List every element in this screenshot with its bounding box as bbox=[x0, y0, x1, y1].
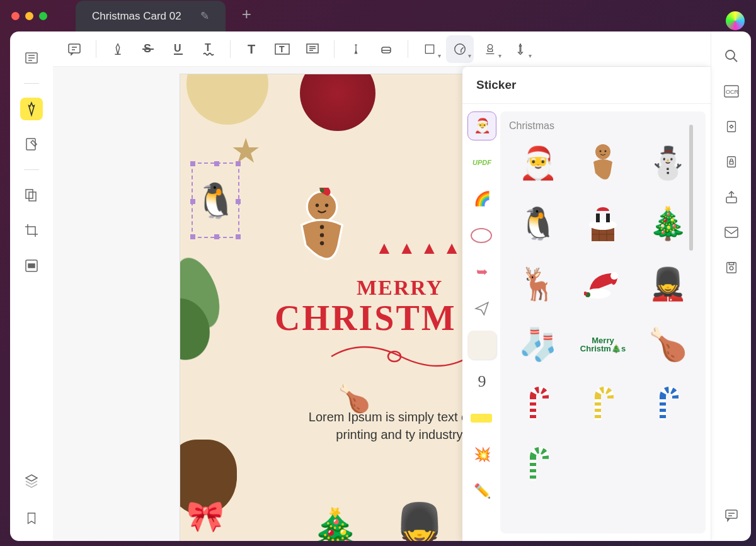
sticker-gingerbread[interactable] bbox=[574, 139, 633, 187]
sticker-candy-cane-red[interactable] bbox=[509, 381, 568, 429]
rename-tab-icon[interactable]: ✎ bbox=[200, 9, 209, 23]
user-avatar[interactable] bbox=[726, 11, 745, 30]
svg-rect-42 bbox=[726, 263, 736, 273]
comments-panel-button[interactable] bbox=[721, 504, 742, 526]
svg-point-43 bbox=[730, 266, 733, 270]
category-paper-plane[interactable] bbox=[467, 294, 496, 323]
close-window-icon[interactable] bbox=[11, 12, 20, 20]
resize-handle[interactable] bbox=[190, 234, 195, 239]
stamp-dropdown[interactable] bbox=[476, 35, 504, 63]
sticker-chimney[interactable] bbox=[574, 200, 633, 247]
sticker-category-title: Christmas bbox=[509, 120, 697, 132]
svg-rect-45 bbox=[726, 510, 737, 518]
sticker-reindeer[interactable]: 🦌 bbox=[509, 260, 568, 308]
svg-text:T: T bbox=[205, 42, 211, 53]
save-button[interactable] bbox=[721, 257, 742, 278]
right-sidebar: OCR bbox=[711, 31, 751, 541]
sticker-grid-area: Christmas 🎅 ⛄ 🐧 🎄 🦌 💂 🧦 MerryChristm🎄s bbox=[500, 111, 706, 533]
resize-handle[interactable] bbox=[236, 161, 241, 166]
leaves-decoration bbox=[180, 240, 265, 406]
text-callout-button[interactable] bbox=[299, 35, 326, 63]
maximize-window-icon[interactable] bbox=[39, 12, 47, 20]
svg-point-21 bbox=[325, 203, 328, 207]
svg-point-27 bbox=[604, 151, 606, 152]
category-arrow[interactable]: ➥ bbox=[467, 258, 496, 287]
svg-rect-41 bbox=[725, 227, 738, 237]
svg-point-18 bbox=[307, 191, 336, 221]
category-christmas[interactable]: 🎅 bbox=[467, 111, 496, 140]
ocr-button[interactable]: OCR bbox=[721, 81, 742, 102]
category-numbers[interactable]: 9 bbox=[467, 367, 496, 396]
sticker-candy-cane-yellow[interactable] bbox=[574, 381, 633, 429]
heading-christmas: CHRISTM bbox=[275, 298, 457, 338]
category-oval[interactable] bbox=[471, 228, 492, 243]
sticker-stocking[interactable]: 🧦 bbox=[509, 321, 568, 368]
eraser-button[interactable] bbox=[372, 35, 400, 63]
resize-handle[interactable] bbox=[214, 161, 219, 166]
sticker-dropdown[interactable] bbox=[446, 35, 474, 63]
category-highlight[interactable] bbox=[471, 414, 492, 423]
gingerbread-sticker[interactable] bbox=[287, 188, 357, 276]
left-sidebar bbox=[10, 31, 53, 541]
rectangle-dropdown[interactable] bbox=[416, 35, 444, 63]
sticker-nutcracker[interactable]: 💂 bbox=[638, 260, 697, 308]
protect-button[interactable] bbox=[721, 151, 742, 173]
convert-button[interactable] bbox=[721, 116, 742, 137]
new-tab-button[interactable]: + bbox=[231, 0, 263, 31]
svg-text:T: T bbox=[279, 44, 285, 54]
crop-button[interactable] bbox=[20, 219, 43, 242]
selected-penguin-sticker[interactable]: 🐧 bbox=[192, 162, 239, 238]
reader-mode-button[interactable] bbox=[20, 47, 43, 69]
redact-button[interactable] bbox=[20, 254, 43, 277]
resize-handle[interactable] bbox=[190, 161, 195, 166]
sticker-snowman[interactable]: ⛄ bbox=[638, 139, 697, 187]
sticker-merry-christmas[interactable]: MerryChristm🎄s bbox=[574, 321, 633, 368]
scrollbar[interactable] bbox=[689, 125, 693, 251]
share-button[interactable] bbox=[721, 186, 742, 208]
strikethrough-button[interactable]: S bbox=[134, 35, 162, 63]
category-rainbow[interactable]: 🌈 bbox=[467, 185, 496, 213]
sticker-tree[interactable]: 🎄 bbox=[638, 200, 697, 247]
sticker-candy-cane-green[interactable] bbox=[509, 441, 568, 489]
highlighter-button[interactable] bbox=[104, 35, 132, 63]
edit-pdf-button[interactable] bbox=[20, 133, 43, 156]
window-controls[interactable] bbox=[11, 12, 47, 20]
nutcracker-sticker[interactable]: 💂 bbox=[388, 500, 451, 541]
resize-handle[interactable] bbox=[190, 199, 195, 204]
resize-handle[interactable] bbox=[236, 234, 241, 239]
layers-button[interactable] bbox=[20, 469, 43, 492]
search-button[interactable] bbox=[721, 45, 742, 67]
separator bbox=[230, 40, 231, 58]
bookmark-button[interactable] bbox=[20, 507, 43, 530]
email-button[interactable] bbox=[721, 222, 742, 243]
svg-point-26 bbox=[599, 151, 601, 152]
sticker-penguin[interactable]: 🐧 bbox=[509, 200, 568, 247]
category-sticky-note[interactable] bbox=[467, 331, 496, 360]
sticker-turkey[interactable]: 🍗 bbox=[638, 321, 697, 368]
panel-title: Sticker bbox=[462, 67, 711, 104]
category-updf[interactable]: UPDF bbox=[467, 148, 496, 177]
sticker-santa[interactable]: 🎅 bbox=[509, 139, 568, 187]
squiggly-button[interactable]: T bbox=[195, 35, 222, 63]
minimize-window-icon[interactable] bbox=[25, 12, 33, 20]
sticker-candy-cane-blue[interactable] bbox=[638, 381, 697, 429]
textbox-button[interactable]: T bbox=[268, 35, 296, 63]
comment-button[interactable] bbox=[60, 35, 88, 63]
sticker-santa-hat[interactable] bbox=[574, 260, 633, 308]
svg-rect-15 bbox=[425, 45, 433, 53]
separator bbox=[96, 40, 96, 58]
underline-button[interactable]: U bbox=[164, 35, 192, 63]
svg-point-25 bbox=[595, 144, 610, 159]
category-burst[interactable]: 💥 bbox=[467, 440, 496, 469]
resize-handle[interactable] bbox=[236, 199, 241, 204]
organize-pages-button[interactable] bbox=[20, 184, 43, 207]
tree-sticker[interactable]: 🎄 bbox=[300, 506, 370, 541]
svg-rect-38 bbox=[727, 157, 735, 168]
pencil-button[interactable] bbox=[342, 35, 370, 63]
annotate-button[interactable] bbox=[20, 98, 43, 120]
category-pencil[interactable]: ✏️ bbox=[467, 477, 496, 506]
document-tab[interactable]: Christmas Card 02 ✎ bbox=[76, 1, 226, 31]
resize-handle[interactable] bbox=[214, 234, 219, 239]
text-button[interactable]: T bbox=[238, 35, 266, 63]
signature-dropdown[interactable] bbox=[507, 35, 534, 63]
